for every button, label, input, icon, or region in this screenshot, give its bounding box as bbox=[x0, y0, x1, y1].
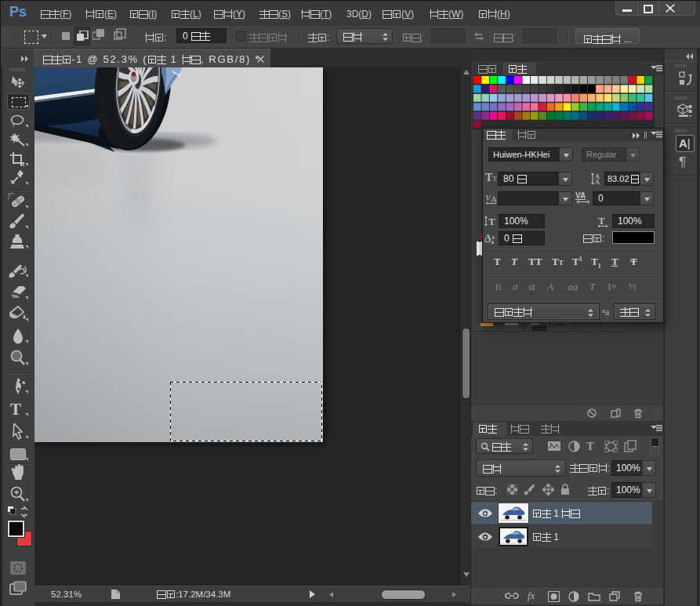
svg-text:A: A bbox=[595, 179, 600, 185]
svg-text:T: T bbox=[598, 215, 605, 227]
svg-text:A: A bbox=[484, 232, 491, 243]
svg-text:T: T bbox=[488, 216, 495, 227]
svg-text:VA: VA bbox=[575, 191, 586, 200]
svg-text:a: a bbox=[491, 233, 495, 241]
svg-text:A: A bbox=[491, 194, 497, 204]
